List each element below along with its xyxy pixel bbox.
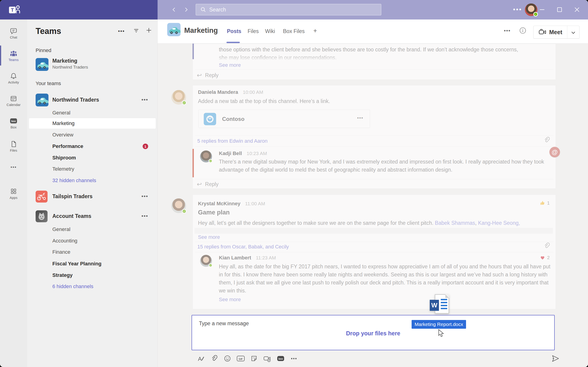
see-more-link[interactable]: See more: [219, 62, 241, 68]
channel-finance[interactable]: Finance: [27, 247, 157, 257]
avatar-daniela-mandera[interactable]: ✓: [171, 90, 186, 105]
filter-icon[interactable]: [133, 28, 139, 35]
team-avatar-northwind: [36, 58, 48, 71]
join-or-create-team-button[interactable]: [146, 27, 152, 34]
send-button[interactable]: [551, 354, 560, 363]
team-row-account-teams[interactable]: Account Teams •••: [27, 209, 157, 225]
rail-item-files[interactable]: Files: [0, 136, 27, 156]
close-button[interactable]: [572, 5, 582, 15]
card-more-button[interactable]: •••: [357, 115, 363, 121]
tab-posts[interactable]: Posts: [227, 28, 242, 34]
search-input[interactable]: Search: [196, 4, 381, 15]
hidden-channels-link-account[interactable]: 6 hidden channels: [27, 281, 157, 292]
channel-fiscal-year-planning[interactable]: Fiscal Year Planning: [27, 259, 157, 269]
pinned-channel-marketing[interactable]: Marketing Northwind Traders: [27, 56, 157, 72]
channel-more-button[interactable]: •••: [504, 28, 510, 34]
team-avatar-northwind: [36, 94, 48, 106]
replies-expand-link[interactable]: 5 replies from Edwin and Aaron: [197, 138, 268, 144]
mouse-cursor: [438, 329, 445, 337]
chevron-down-icon[interactable]: [570, 30, 576, 35]
rail-item-apps[interactable]: Apps: [0, 184, 27, 203]
compose-box-dropzone[interactable]: Type a new message Drop your files here …: [191, 315, 555, 350]
contoso-card-title: Contoso: [222, 116, 244, 122]
format-button[interactable]: A: [196, 354, 205, 363]
gif-button[interactable]: GIF: [236, 354, 245, 363]
channel-marketing-selected[interactable]: Marketing: [29, 118, 156, 129]
channel-label: Strategy: [52, 272, 73, 278]
like-reaction[interactable]: 1: [540, 200, 550, 206]
hidden-channels-link-nwt[interactable]: 32 hidden channels: [27, 175, 157, 186]
channel-strategy[interactable]: Strategy: [27, 270, 157, 281]
toolbar-more-button[interactable]: ⋯: [289, 354, 299, 363]
compose-placeholder: Type a new message: [199, 320, 249, 327]
team-row-tailspin-traders[interactable]: Tailspin Traders •••: [27, 189, 157, 205]
see-more-link[interactable]: See more: [219, 297, 241, 302]
tab-box-files[interactable]: Box Files: [283, 28, 305, 34]
contoso-tab-card[interactable]: Contoso •••: [199, 110, 370, 128]
meet-now-button[interactable]: [263, 354, 272, 363]
channel-label: General: [52, 110, 70, 116]
team-name: Northwind Traders: [52, 97, 99, 103]
divider: [195, 179, 553, 179]
user-avatar[interactable]: ✓: [525, 3, 537, 16]
team-more-button[interactable]: •••: [141, 213, 148, 219]
add-tab-button[interactable]: +: [313, 27, 317, 34]
channel-shiproom[interactable]: Shiproom: [27, 152, 157, 163]
rail-item-more[interactable]: ⋯: [0, 161, 27, 173]
reply-button[interactable]: ↩ Reply: [197, 181, 219, 188]
channel-accounting[interactable]: Accounting: [27, 236, 157, 246]
channel-label: Finance: [52, 249, 70, 255]
rail-item-teams[interactable]: Teams: [0, 46, 27, 66]
unread-badge: 1: [143, 144, 148, 149]
mention-link[interactable]: Kang-Hee Seong,: [478, 220, 520, 226]
attach-button[interactable]: [209, 354, 219, 363]
info-icon[interactable]: [519, 27, 527, 35]
team-row-northwind-traders[interactable]: Northwind Traders •••: [27, 92, 157, 108]
mention-link[interactable]: Babek Shammas: [435, 220, 475, 226]
team-name: Account Teams: [52, 213, 91, 219]
divider: [195, 147, 553, 147]
tab-files[interactable]: Files: [248, 28, 259, 34]
back-button[interactable]: [170, 5, 179, 14]
rail-item-chat[interactable]: Chat: [0, 23, 27, 43]
reply-label: Reply: [205, 181, 219, 187]
heart-icon: [540, 255, 545, 260]
meet-camera-icon: [539, 29, 546, 35]
forward-button[interactable]: [182, 5, 191, 14]
reply-button[interactable]: ↩ Reply: [197, 72, 219, 79]
channel-general[interactable]: General: [27, 108, 157, 118]
your-teams-section-label: Your teams: [36, 81, 61, 86]
replies-expand-link[interactable]: 15 replies from Oscar, Babak, and Cecily: [197, 244, 289, 250]
maximize-button[interactable]: [554, 5, 565, 15]
channel-telemetry[interactable]: Telemetry: [27, 164, 157, 174]
sidebar-title: Teams: [36, 26, 61, 36]
avatar-krystal-mckinney[interactable]: ✓: [171, 198, 186, 213]
titlebar-more-button[interactable]: •••: [513, 6, 522, 13]
see-more-link[interactable]: See more: [198, 234, 220, 240]
reaction-count: 2: [547, 255, 550, 260]
minimize-button[interactable]: [537, 5, 547, 15]
teams-people-icon: [10, 50, 17, 57]
rail-item-box[interactable]: box Box: [0, 113, 27, 133]
box-attach-button[interactable]: box: [276, 354, 285, 363]
rail-item-calendar[interactable]: Calendar: [0, 91, 27, 110]
meet-label: Meet: [549, 29, 562, 35]
emoji-button[interactable]: [223, 354, 232, 363]
at-mention-badge: @: [549, 147, 560, 157]
rail-item-activity[interactable]: Activity: [0, 68, 27, 88]
channel-overview[interactable]: Overview: [27, 130, 157, 140]
heart-reaction[interactable]: 2: [540, 255, 550, 260]
team-more-button[interactable]: •••: [141, 97, 148, 103]
channel-performance[interactable]: Performance 1: [27, 141, 157, 152]
team-more-button[interactable]: •••: [141, 193, 148, 199]
sticker-button[interactable]: [250, 354, 259, 363]
channel-at-general[interactable]: General: [27, 224, 157, 235]
search-placeholder: Search: [209, 7, 226, 13]
avatar-kadji-bell[interactable]: ✓: [200, 150, 212, 162]
avatar-kian-lambert[interactable]: ✓: [200, 255, 212, 267]
page-fold: [445, 294, 449, 298]
meet-button[interactable]: Meet: [533, 26, 579, 39]
tab-wiki[interactable]: Wiki: [265, 28, 275, 34]
hidden-channels-label: 32 hidden channels: [52, 177, 96, 184]
sidebar-more-button[interactable]: •••: [118, 28, 125, 34]
